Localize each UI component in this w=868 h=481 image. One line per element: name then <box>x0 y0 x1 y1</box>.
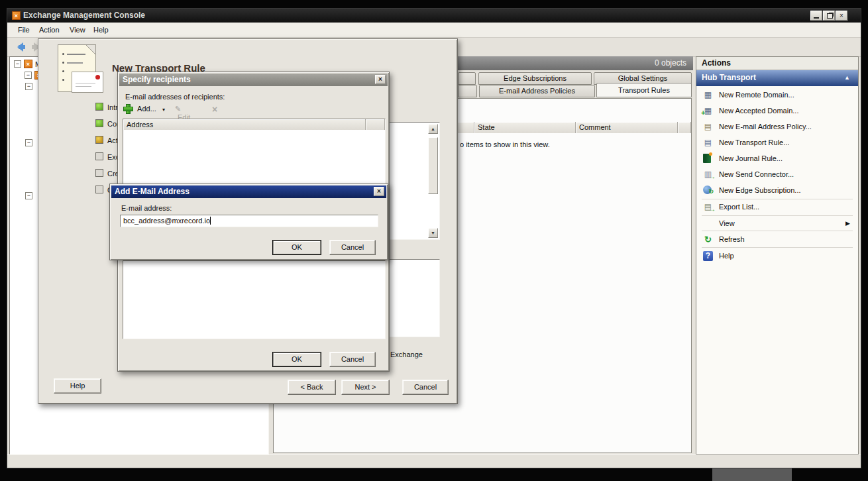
menu-action[interactable]: Action <box>36 26 62 34</box>
close-icon: × <box>840 12 843 19</box>
recipients-ok-button[interactable]: OK <box>272 352 321 367</box>
action-new-journal-rule[interactable]: New Journal Rule... <box>698 152 857 166</box>
tree-expander[interactable]: − <box>14 60 21 68</box>
window-title: Exchange Management Console <box>23 11 145 20</box>
hub-transport-section-header[interactable]: Hub Transport ▲ <box>696 70 858 86</box>
action-new-transport-rule[interactable]: New Transport Rule... <box>698 136 857 150</box>
dialog-titlebar: Specify recipients × <box>119 74 388 86</box>
add-ok-button[interactable]: OK <box>272 240 321 255</box>
send-connector-icon <box>703 170 713 180</box>
step-indicator-completed <box>95 119 103 127</box>
refresh-icon: ↻ <box>703 235 713 244</box>
dialog-title: Specify recipients <box>123 75 191 84</box>
journal-rule-icon <box>703 154 711 163</box>
step-indicator-pending <box>95 152 103 160</box>
delete-icon: × <box>212 104 217 115</box>
minimize-button[interactable] <box>810 11 822 21</box>
objects-count: 0 objects <box>655 58 686 68</box>
section-label: Hub Transport <box>702 73 756 82</box>
description-fragment: Exchange <box>390 350 423 358</box>
tab-stub[interactable] <box>458 72 476 85</box>
menu-bar: File Action View Help <box>7 23 861 38</box>
action-view[interactable]: View▶ <box>698 217 857 231</box>
back-icon[interactable] <box>13 42 27 52</box>
separator <box>702 215 853 216</box>
column-header-blank[interactable] <box>366 119 385 130</box>
restore-icon <box>827 13 833 19</box>
dialog-titlebar: Add E-Mail Address × <box>111 186 386 198</box>
exchange-logo-icon: × <box>12 11 21 20</box>
edit-icon: ✎ <box>175 105 181 113</box>
action-new-accepted-domain[interactable]: New Accepted Domain... <box>698 104 857 119</box>
action-export-list[interactable]: Export List... <box>698 200 857 215</box>
wizard-document-icon <box>58 44 96 92</box>
wizard-next-button[interactable]: Next > <box>341 380 390 395</box>
add-email-address-dialog: Add E-Mail Address × E-mail address: bcc… <box>109 184 388 260</box>
menu-file[interactable]: File <box>15 26 32 34</box>
tree-expander[interactable]: − <box>25 72 32 79</box>
action-new-send-connector[interactable]: New Send Connector... <box>698 168 857 182</box>
tree-exchange-icon: × <box>24 60 32 68</box>
column-header-state[interactable]: State <box>474 122 576 133</box>
action-new-remote-domain[interactable]: New Remote Domain... <box>698 88 857 103</box>
text-caret <box>210 217 211 225</box>
actions-pane-title: Actions <box>696 57 858 70</box>
tree-expander[interactable]: − <box>25 83 32 90</box>
wizard-back-button[interactable]: < Back <box>288 380 336 395</box>
wizard-cancel-button[interactable]: Cancel <box>402 380 449 395</box>
tab-transport-rules[interactable]: Transport Rules <box>596 83 692 97</box>
edge-subscription-icon <box>703 186 712 194</box>
tree-expander[interactable]: − <box>25 192 32 199</box>
scroll-up-icon[interactable]: ▲ <box>428 124 438 134</box>
menu-help[interactable]: Help <box>91 26 111 34</box>
column-header-comment[interactable]: Comment <box>576 122 678 133</box>
transport-rule-icon <box>703 138 713 148</box>
scrollbar-thumb[interactable] <box>428 137 438 194</box>
status-bar <box>7 454 861 468</box>
action-help[interactable]: ?Help <box>698 249 857 264</box>
actions-pane: Actions Hub Transport ▲ New Remote Domai… <box>696 56 859 454</box>
window-titlebar: × Exchange Management Console × <box>7 9 861 23</box>
recipients-cancel-button[interactable]: Cancel <box>329 352 376 367</box>
scroll-down-icon[interactable]: ▼ <box>428 228 438 238</box>
tab-email-address-policies[interactable]: E-mail Address Policies <box>479 85 595 97</box>
envelope-icon <box>72 72 103 93</box>
step-indicator-pending <box>95 169 103 177</box>
recipients-secondary-box[interactable] <box>123 260 386 339</box>
export-list-icon <box>703 202 713 212</box>
step-indicator-pending <box>95 186 103 193</box>
add-cancel-button[interactable]: Cancel <box>329 240 376 255</box>
email-address-label: E-mail address: <box>121 204 172 212</box>
recipients-label: E-mail addresses of recipients: <box>125 93 225 101</box>
action-new-email-address-policy[interactable]: New E-mail Address Policy... <box>698 120 857 134</box>
tab-stub[interactable] <box>458 85 477 97</box>
screen: × Exchange Management Console × File Act… <box>0 0 868 481</box>
empty-view-text: o items to show in this view. <box>460 140 550 148</box>
action-new-edge-subscription[interactable]: New Edge Subscription... <box>698 184 857 198</box>
email-address-input[interactable]: bcc_address@mxrecord.io <box>120 215 378 227</box>
close-icon[interactable]: × <box>375 75 386 84</box>
tab-edge-subscriptions[interactable]: Edge Subscriptions <box>478 72 592 85</box>
add-button[interactable]: Add... ▾ <box>124 105 170 113</box>
help-icon: ? <box>703 251 713 261</box>
separator <box>702 199 853 199</box>
restore-button[interactable] <box>823 11 835 21</box>
submenu-arrow-icon: ▶ <box>845 220 850 227</box>
input-value: bcc_address@mxrecord.io <box>123 217 210 225</box>
action-refresh[interactable]: ↻Refresh <box>698 233 857 247</box>
address-column-header[interactable]: Address <box>123 119 366 130</box>
step-indicator-current <box>95 136 103 144</box>
collapse-icon: ▲ <box>844 70 850 85</box>
email-address-policy-icon <box>703 122 713 132</box>
step-indicator-completed <box>95 103 103 111</box>
wizard-help-button[interactable]: Help <box>54 378 101 394</box>
minimize-icon <box>814 17 819 19</box>
close-icon[interactable]: × <box>374 187 384 196</box>
dialog-title: Add E-Mail Address <box>115 187 190 196</box>
separator <box>702 231 853 231</box>
menu-view[interactable]: View <box>67 26 88 34</box>
tree-expander[interactable]: − <box>25 139 32 146</box>
column-header-blank[interactable] <box>678 122 691 133</box>
close-button[interactable]: × <box>836 11 847 21</box>
add-plus-icon <box>124 105 133 113</box>
